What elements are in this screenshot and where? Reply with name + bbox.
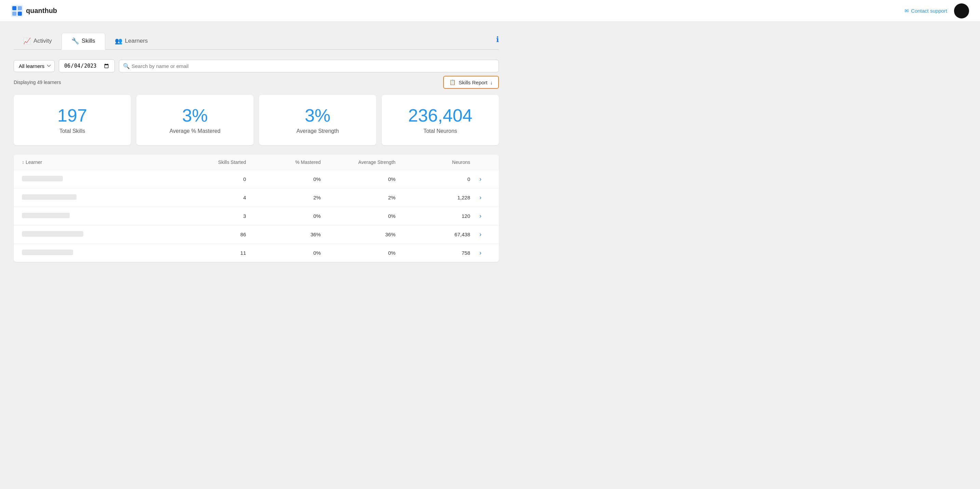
stat-total-neurons-label: Total Neurons [390, 128, 491, 134]
td-pct-mastered-4: 0% [246, 250, 321, 256]
learners-table: ↕ Learner Skills Started % Mastered Aver… [14, 155, 499, 262]
contact-support-label: Contact support [911, 8, 947, 14]
skills-report-download-icon: ↓ [490, 79, 493, 86]
stat-avg-strength-value: 3% [267, 106, 368, 125]
logo-icon [11, 5, 23, 17]
learner-filter-select[interactable]: All learners Active Inactive [14, 60, 55, 72]
td-neurons-2: 120 [395, 213, 470, 219]
tab-bar: 📈 Activity 🔧 Skills 👥 Learners ℹ [14, 33, 499, 50]
header: quanthub ✉ Contact support [0, 0, 980, 22]
td-chevron-1[interactable]: › [470, 194, 491, 201]
skills-report-button[interactable]: 📋 Skills Report ↓ [443, 76, 499, 89]
tab-skills[interactable]: 🔧 Skills [62, 33, 105, 50]
stat-card-total-skills: 197 Total Skills [14, 95, 131, 145]
chevron-right-icon: › [479, 176, 482, 183]
td-learner-name-3 [22, 231, 171, 238]
td-pct-mastered-1: 2% [246, 195, 321, 200]
search-wrapper: 🔍 [119, 60, 499, 72]
td-skills-started-3: 86 [171, 232, 246, 237]
search-input[interactable] [119, 60, 499, 72]
learner-name-placeholder [22, 194, 76, 200]
chevron-right-icon: › [479, 194, 482, 201]
td-chevron-2[interactable]: › [470, 213, 491, 219]
td-avg-strength-4: 0% [321, 250, 396, 256]
stat-card-avg-strength: 3% Average Strength [259, 95, 376, 145]
table-row[interactable]: 0 0% 0% 0 › [14, 170, 499, 189]
tab-learners-label: Learners [125, 38, 148, 44]
main-content: 📈 Activity 🔧 Skills 👥 Learners ℹ All lea… [0, 22, 512, 273]
tab-activity[interactable]: 📈 Activity [14, 33, 62, 50]
filters-row: All learners Active Inactive 🔍 [14, 59, 499, 72]
td-avg-strength-2: 0% [321, 213, 396, 219]
th-skills-started-label: Skills Started [218, 159, 246, 165]
th-pct-mastered: % Mastered [246, 159, 321, 165]
chevron-right-icon: › [479, 231, 482, 238]
chevron-right-icon: › [479, 213, 482, 219]
td-neurons-4: 758 [395, 250, 470, 256]
date-input[interactable] [59, 59, 115, 72]
td-avg-strength-1: 2% [321, 195, 396, 200]
stat-avg-strength-label: Average Strength [267, 128, 368, 134]
td-chevron-4[interactable]: › [470, 249, 491, 256]
th-learner-label: Learner [25, 159, 42, 165]
td-pct-mastered-2: 0% [246, 213, 321, 219]
td-chevron-0[interactable]: › [470, 176, 491, 183]
td-skills-started-2: 3 [171, 213, 246, 219]
user-avatar[interactable] [954, 3, 969, 18]
td-neurons-3: 67,438 [395, 232, 470, 237]
displaying-row: Displaying 49 learners 📋 Skills Report ↓ [14, 76, 499, 89]
th-neurons-label: Neurons [452, 159, 470, 165]
activity-icon: 📈 [23, 37, 31, 45]
table-header: ↕ Learner Skills Started % Mastered Aver… [14, 155, 499, 170]
learner-name-placeholder [22, 249, 73, 255]
svg-rect-3 [12, 12, 16, 16]
stat-total-skills-value: 197 [22, 106, 123, 125]
td-chevron-3[interactable]: › [470, 231, 491, 238]
sort-icon: ↕ [22, 159, 24, 165]
stat-total-neurons-value: 236,404 [390, 106, 491, 125]
td-skills-started-0: 0 [171, 176, 246, 182]
learner-name-placeholder [22, 176, 63, 181]
th-learner[interactable]: ↕ Learner [22, 159, 171, 165]
td-learner-name-0 [22, 176, 171, 183]
td-avg-strength-3: 36% [321, 232, 396, 237]
skills-icon: 🔧 [72, 37, 79, 45]
tab-activity-label: Activity [33, 38, 52, 44]
learner-name-placeholder [22, 231, 83, 237]
svg-rect-2 [18, 6, 22, 10]
th-action [470, 159, 491, 165]
contact-support-link[interactable]: ✉ Contact support [905, 8, 947, 14]
th-neurons: Neurons [395, 159, 470, 165]
td-skills-started-4: 11 [171, 250, 246, 256]
td-learner-name-2 [22, 213, 171, 219]
th-avg-strength-label: Average Strength [358, 159, 396, 165]
th-avg-strength: Average Strength [321, 159, 396, 165]
td-avg-strength-0: 0% [321, 176, 396, 182]
displaying-text: Displaying 49 learners [14, 79, 61, 85]
learner-name-placeholder [22, 213, 70, 218]
stat-avg-mastered-value: 3% [145, 106, 245, 125]
table-row[interactable]: 4 2% 2% 1,228 › [14, 189, 499, 207]
logo-area: quanthub [11, 5, 57, 17]
info-icon[interactable]: ℹ [496, 35, 499, 47]
td-neurons-0: 0 [395, 176, 470, 182]
learners-icon: 👥 [115, 37, 123, 45]
stat-card-total-neurons: 236,404 Total Neurons [382, 95, 499, 145]
td-skills-started-1: 4 [171, 195, 246, 200]
stat-total-skills-label: Total Skills [22, 128, 123, 134]
table-row[interactable]: 11 0% 0% 758 › [14, 244, 499, 262]
table-row[interactable]: 86 36% 36% 67,438 › [14, 225, 499, 244]
logo-text: quanthub [26, 7, 57, 15]
stat-avg-mastered-label: Average % Mastered [145, 128, 245, 134]
skills-report-label: Skills Report [458, 79, 487, 86]
search-icon: 🔍 [123, 63, 130, 69]
svg-rect-1 [12, 6, 16, 10]
chevron-right-icon: › [479, 249, 482, 256]
td-pct-mastered-0: 0% [246, 176, 321, 182]
stat-card-avg-mastered: 3% Average % Mastered [136, 95, 253, 145]
td-learner-name-1 [22, 194, 171, 201]
tab-learners[interactable]: 👥 Learners [105, 33, 158, 50]
table-row[interactable]: 3 0% 0% 120 › [14, 207, 499, 225]
td-learner-name-4 [22, 249, 171, 256]
stat-cards: 197 Total Skills 3% Average % Mastered 3… [14, 95, 499, 145]
